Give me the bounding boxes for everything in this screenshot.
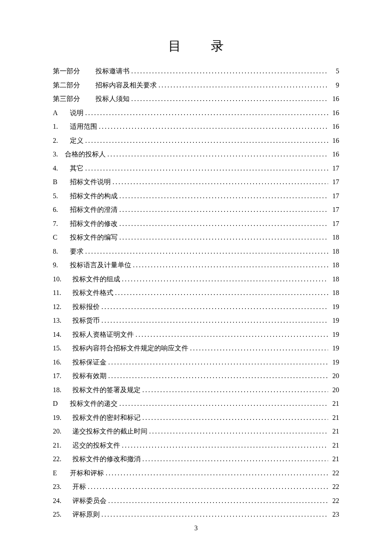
toc-entry: 2.定义16 <box>53 137 339 144</box>
toc-entry-page: 17 <box>330 206 339 213</box>
toc-leader-dots <box>122 442 328 449</box>
toc-leader-dots <box>101 304 328 310</box>
toc-leader-dots <box>159 82 328 89</box>
toc-leader-dots <box>108 373 328 379</box>
toc-entry-label: C <box>53 234 70 241</box>
toc-entry-page: 18 <box>330 289 339 296</box>
toc-entry-title: 说明 <box>70 110 84 116</box>
toc-entry-page: 21 <box>330 428 339 435</box>
toc-entry-label: 3. <box>53 151 65 158</box>
toc-entry-title: 投标内容符合招标文件规定的响应文件 <box>72 345 188 352</box>
toc-entry-title: 投标邀请书 <box>95 68 130 75</box>
toc-entry-page: 21 <box>330 456 339 462</box>
toc-entry-title: 投标有效期 <box>72 373 107 379</box>
toc-entry-title: 适用范围 <box>70 123 97 130</box>
toc-entry-title: 投标文件的密封和标记 <box>72 414 141 421</box>
toc-entry-label: 2. <box>53 137 70 144</box>
toc-entry: 8.要求18 <box>53 248 339 255</box>
toc-entry-label: 18. <box>53 387 72 393</box>
toc-leader-dots <box>85 110 328 116</box>
toc-entry-title: 迟交的投标文件 <box>72 442 120 449</box>
toc-entry-title: 递交投标文件的截止时间 <box>72 428 147 435</box>
toc-entry-title: 定义 <box>70 137 84 144</box>
toc-entry-page: 17 <box>330 193 339 199</box>
toc-leader-dots <box>135 331 328 338</box>
toc-leader-dots <box>101 511 328 518</box>
toc-entry: 4.其它17 <box>53 165 339 172</box>
toc-entry-label: 6. <box>53 206 70 213</box>
toc-entry-page: 23 <box>330 511 339 518</box>
toc-entry-title: 投标语言及计量单位 <box>70 262 131 269</box>
toc-entry-page: 17 <box>330 179 339 185</box>
toc-leader-dots <box>142 387 328 393</box>
toc-entry-label: 20. <box>53 428 72 435</box>
toc-entry-title: 其它 <box>70 165 84 172</box>
toc-entry: 13.投标货币19 <box>53 317 339 324</box>
toc-entry: 11.投标文件格式18 <box>53 289 339 296</box>
toc-entry-label: 11. <box>53 289 72 296</box>
toc-entry-page: 22 <box>330 470 339 477</box>
toc-entry-page: 21 <box>330 442 339 449</box>
toc-leader-dots <box>108 359 328 366</box>
toc-entry: 6.招标文件的澄清17 <box>53 206 339 213</box>
toc-entry-page: 17 <box>330 165 339 172</box>
toc-entry-label: 4. <box>53 165 70 172</box>
toc-entry-title: 招标文件的构成 <box>70 193 118 199</box>
toc-entry-page: 16 <box>330 110 339 116</box>
toc-entry-title: 招标文件的澄清 <box>70 206 118 213</box>
toc-entry-title: 投标文件的签署及规定 <box>72 387 141 393</box>
page-title: 目录 <box>53 38 339 55</box>
toc-entry-page: 18 <box>330 248 339 255</box>
toc-entry-label: 24. <box>53 497 72 504</box>
toc-entry-page: 18 <box>330 234 339 241</box>
toc-entry-page: 16 <box>330 95 339 102</box>
toc-leader-dots <box>107 151 328 158</box>
toc-entry-title: 评标原则 <box>72 511 100 518</box>
toc-entry-title: 要求 <box>70 248 84 255</box>
toc-entry: 24.评标委员会22 <box>53 497 339 504</box>
toc-entry-title: 投标文件的修改和撤消 <box>72 456 141 462</box>
toc-entry-label: 17. <box>53 373 72 379</box>
toc-entry-label: 第三部分 <box>53 95 95 102</box>
toc-entry-title: 投标文件格式 <box>72 289 113 296</box>
toc-entry: 18.投标文件的签署及规定20 <box>53 387 339 393</box>
toc-entry-label: B <box>53 179 70 185</box>
toc-entry-title: 投标文件的递交 <box>70 400 118 407</box>
toc-entry: 第一部分投标邀请书5 <box>53 68 339 75</box>
toc-entry: 5.招标文件的构成17 <box>53 193 339 199</box>
toc-leader-dots <box>85 137 328 144</box>
toc-leader-dots <box>119 193 328 199</box>
toc-entry-label: 第一部分 <box>53 68 95 75</box>
toc-leader-dots <box>101 317 328 324</box>
toc-leader-dots <box>108 497 328 504</box>
toc-leader-dots <box>115 289 328 296</box>
toc-entry: 9.投标语言及计量单位18 <box>53 262 339 269</box>
toc-entry-title: 评标委员会 <box>72 497 107 504</box>
toc-entry: 12.投标报价19 <box>53 304 339 310</box>
toc-entry-title: 投标人须知 <box>95 95 130 102</box>
toc-entry-label: 9. <box>53 262 70 269</box>
toc-entry-label: 22. <box>53 456 72 462</box>
toc-entry: 第二部分招标内容及相关要求9 <box>53 82 339 89</box>
toc-entry-label: 16. <box>53 359 72 366</box>
toc-entry-label: 21. <box>53 442 72 449</box>
toc-entry-page: 19 <box>330 304 339 310</box>
toc-entry-page: 22 <box>330 483 339 490</box>
toc-entry-label: 15. <box>53 345 72 352</box>
toc-entry-page: 5 <box>330 68 339 75</box>
toc-entry-title: 投标人资格证明文件 <box>72 331 134 338</box>
toc-entry: 14.投标人资格证明文件19 <box>53 331 339 338</box>
toc-entry-page: 18 <box>330 262 339 269</box>
toc-entry: 第三部分投标人须知16 <box>53 95 339 102</box>
toc-entry-page: 21 <box>330 414 339 421</box>
toc-entry-page: 19 <box>330 345 339 352</box>
toc-leader-dots <box>149 428 328 435</box>
toc-entry-label: A <box>53 110 70 116</box>
toc-entry: 16.投标保证金19 <box>53 359 339 366</box>
toc-entry-title: 投标货币 <box>72 317 100 324</box>
toc-entry-label: 19. <box>53 414 72 421</box>
toc-entry-title: 投标报价 <box>72 304 100 310</box>
toc-entry-title: 招标文件说明 <box>70 179 111 185</box>
toc-leader-dots <box>112 179 328 185</box>
toc-entry-page: 22 <box>330 497 339 504</box>
